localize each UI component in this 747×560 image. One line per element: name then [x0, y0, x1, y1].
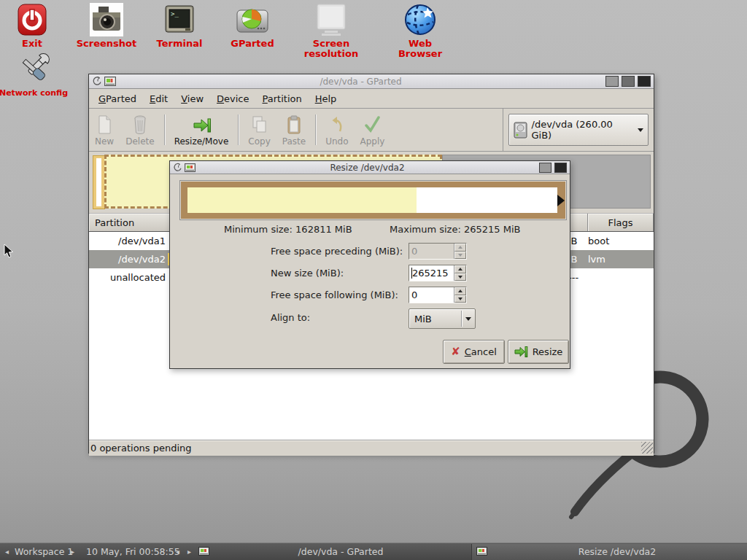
hard-drive-icon — [514, 122, 527, 139]
desktop-icon-screen-resolution[interactable]: Screen resolution — [296, 1, 366, 59]
paste-button[interactable]: Paste — [276, 109, 311, 151]
cancel-x-icon: ✘ — [451, 346, 460, 357]
desktop-icon-network-config[interactable]: Network config — [0, 51, 69, 98]
clock: 10 May, Fri 00:58:55 — [86, 543, 180, 560]
resize-move-button[interactable]: Resize/Move — [169, 109, 235, 151]
resize-arrow-icon — [192, 117, 211, 134]
spin-down-button[interactable] — [454, 273, 466, 281]
spin-up-button[interactable] — [454, 287, 466, 295]
workspace-next-icon[interactable]: ▸ — [71, 543, 74, 560]
dialog-title: Resize /dev/vda2 — [198, 163, 536, 173]
free-space-following-label: Free space following (MiB): — [271, 289, 409, 300]
minimize-button[interactable] — [605, 76, 619, 87]
resize-slider[interactable] — [179, 180, 567, 220]
desktop-icon-label: Exit — [0, 39, 67, 49]
partition-vda1-box[interactable] — [93, 155, 105, 209]
delete-button[interactable]: Delete — [120, 109, 160, 151]
desktop-icon-label: GParted — [217, 39, 287, 49]
spin-down-button[interactable] — [454, 252, 466, 260]
minimum-size-label: Minimum size: 162811 MiB — [224, 224, 352, 235]
statusbar: 0 operations pending — [89, 440, 654, 456]
desktop-icon-label: Screen resolution — [296, 39, 366, 59]
maximize-button[interactable] — [539, 163, 551, 173]
maximum-size-label: Maximum size: 265215 MiB — [390, 224, 520, 235]
new-size-label: New size (MiB): — [271, 268, 409, 279]
cancel-button[interactable]: ✘ Cancel — [443, 340, 505, 364]
maximize-button[interactable] — [622, 76, 635, 87]
device-selector-label: /dev/vda (260.00 GiB) — [532, 119, 633, 141]
desktop-icon-web-browser[interactable]: Web Browser — [385, 1, 455, 59]
svg-text:>_: >_ — [171, 10, 179, 18]
toolbar-separator — [164, 114, 165, 145]
trash-icon — [133, 115, 147, 134]
desktop-icon-label: Web Browser — [385, 39, 455, 59]
gparted-titlebar[interactable]: /dev/vda - GParted — [89, 74, 654, 89]
taskbar-task-resize-dialog[interactable]: Resize /dev/vda2 — [490, 543, 744, 560]
spin-up-button[interactable] — [454, 244, 466, 252]
gparted-app-icon — [104, 77, 116, 86]
new-button[interactable]: New — [89, 109, 120, 151]
apply-button[interactable]: Apply — [355, 109, 391, 151]
spin-down-button[interactable] — [454, 295, 466, 303]
desktop-icon-label: Screenshot — [71, 39, 142, 49]
desktop-icon-screenshot[interactable]: Screenshot — [71, 1, 142, 49]
col-partition[interactable]: Partition — [89, 214, 171, 231]
chevron-down-icon — [638, 128, 643, 132]
col-flags[interactable]: Flags — [588, 214, 654, 231]
mouse-cursor — [4, 244, 14, 259]
desktop-icon-gparted[interactable]: GParted — [217, 1, 287, 49]
gparted-task-icon — [198, 543, 209, 560]
workspace-label: Workspace 1 — [15, 543, 73, 560]
gparted-disk-icon — [217, 1, 287, 36]
align-to-dropdown[interactable]: MiB — [409, 308, 476, 329]
menu-device[interactable]: Device — [210, 90, 255, 107]
menu-partition[interactable]: Partition — [256, 90, 309, 107]
copy-icon — [252, 115, 268, 134]
close-button[interactable] — [638, 76, 651, 87]
new-size-spinbox[interactable]: 265215 — [409, 265, 467, 281]
power-icon — [0, 1, 67, 36]
undo-button[interactable]: Undo — [320, 109, 354, 151]
menu-help[interactable]: Help — [309, 90, 344, 107]
resize-arrow-icon — [514, 346, 528, 358]
task-prev-icon[interactable]: ◂ — [176, 543, 179, 560]
dialog-titlebar[interactable]: Resize /dev/vda2 — [170, 161, 570, 174]
workspace-prev-icon[interactable]: ◂ — [5, 543, 9, 560]
free-space-following-spinbox[interactable]: 0 — [409, 287, 467, 303]
undo-arrow-icon — [330, 115, 344, 134]
desktop-icon-exit[interactable]: Exit — [0, 1, 67, 49]
toolbar-separator — [315, 114, 316, 145]
monitor-icon — [296, 1, 366, 36]
tools-icon — [0, 51, 69, 86]
col-size-tail — [570, 214, 588, 231]
gparted-task-icon — [476, 543, 487, 560]
spin-up-button[interactable] — [454, 265, 466, 273]
close-button[interactable] — [554, 163, 567, 173]
menubar: GParted Edit View Device Partition Help — [89, 89, 654, 109]
menu-gparted[interactable]: GParted — [92, 90, 143, 107]
apply-check-icon — [363, 115, 381, 134]
resize-dialog: Resize /dev/vda2 Minimum size: 162811 Mi… — [169, 160, 570, 369]
taskbar-task-gparted[interactable]: /dev/vda - GParted — [213, 543, 468, 560]
camera-icon — [71, 1, 142, 36]
paste-clipboard-icon — [287, 115, 301, 134]
toolbar-separator — [238, 114, 239, 145]
taskbar: ◂ Workspace 1 ▸ 10 May, Fri 00:58:55 ◂ ▸… — [0, 542, 747, 560]
resize-button[interactable]: Resize — [508, 340, 569, 364]
debian-swirl-icon — [173, 163, 182, 173]
task-next-icon[interactable]: ▸ — [187, 543, 191, 560]
device-selector[interactable]: /dev/vda (260.00 GiB) — [508, 114, 649, 146]
desktop-icon-label: Network config — [0, 88, 69, 98]
menu-view[interactable]: View — [174, 90, 210, 107]
resize-grip[interactable] — [641, 442, 653, 454]
menu-edit[interactable]: Edit — [143, 90, 174, 107]
device-selector-area: /dev/vda (260.00 GiB) — [503, 109, 654, 151]
chevron-down-icon — [465, 317, 471, 321]
new-page-icon — [97, 115, 112, 134]
copy-button[interactable]: Copy — [242, 109, 276, 151]
free-space-preceding-spinbox[interactable]: 0 — [409, 243, 467, 260]
desktop-icon-terminal[interactable]: >_ Terminal — [144, 1, 214, 49]
resize-slider-used — [187, 187, 417, 213]
gparted-app-icon — [185, 163, 196, 172]
resize-right-handle[interactable] — [557, 195, 565, 206]
